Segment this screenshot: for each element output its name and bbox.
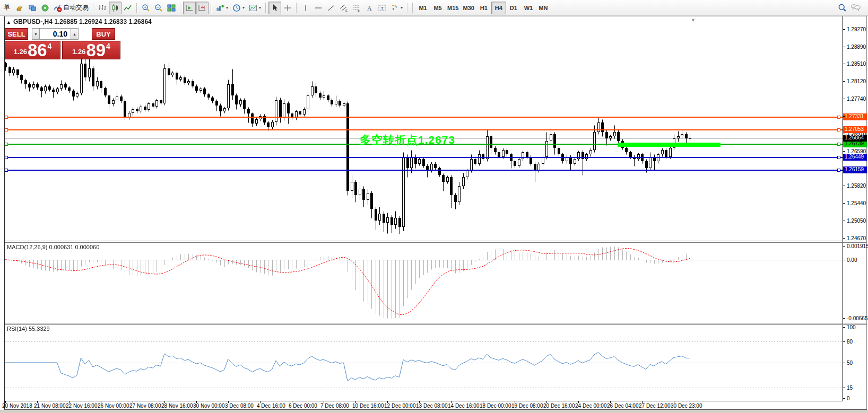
time-label: 20 Dec 16:00 — [543, 403, 575, 409]
time-tick — [133, 401, 133, 403]
time-label: 27 Nov 08:00 — [129, 403, 161, 409]
time-label: 3 Dec 08:00 — [225, 403, 254, 409]
bar-chart-button[interactable] — [96, 2, 109, 14]
toolbar-separator — [407, 3, 408, 13]
timeframe-mn[interactable]: MN — [536, 2, 551, 14]
search-icon[interactable] — [836, 1, 849, 14]
community-icon[interactable] — [26, 2, 39, 14]
periods-button[interactable]: ▾ — [230, 2, 247, 14]
signal-icon[interactable] — [39, 2, 51, 14]
chart-shift-button[interactable] — [196, 2, 209, 14]
timeframe-m15[interactable]: M15 — [445, 2, 461, 14]
time-label: 10 Dec 16:00 — [352, 403, 384, 409]
current-price-label: 1.26864 — [843, 135, 867, 142]
collapse-icon[interactable]: ▲ — [6, 20, 11, 25]
sell-price-box[interactable]: 1.26 86 4 — [5, 41, 60, 59]
toolbar-separator — [296, 3, 297, 13]
buy-button[interactable]: BUY — [92, 28, 115, 40]
time-label: 13 Dec 08:00 — [416, 403, 448, 409]
toolbar-right-icons — [836, 1, 863, 14]
chat-icon[interactable] — [849, 1, 863, 14]
time-label: 26 Nov 00:00 — [98, 403, 129, 409]
rsi-axis-label: 15 — [847, 385, 853, 391]
price-tick — [843, 327, 845, 328]
line-chart-button[interactable] — [121, 2, 134, 14]
arrows-button[interactable]: ▾ — [388, 2, 405, 14]
time-tick — [292, 401, 292, 403]
price-tick-label: 1.27740 — [847, 96, 866, 102]
buy-price-box[interactable]: 1.26 89 4 — [62, 41, 120, 59]
price-tick-label: 1.25050 — [847, 218, 866, 224]
price-tick — [843, 388, 845, 388]
price-tick — [843, 398, 845, 399]
rsi-canvas[interactable] — [5, 325, 843, 400]
time-label: 12 Dec 00:00 — [384, 403, 416, 409]
time-label: 24 Dec 00:00 — [575, 403, 607, 409]
price-tick — [843, 116, 845, 117]
price-tick — [843, 238, 845, 239]
chevron-down-icon: ▾ — [401, 5, 403, 10]
timeframe-m1[interactable]: M1 — [415, 2, 430, 14]
new-order-button[interactable]: 单 — [1, 2, 13, 14]
macd-canvas[interactable] — [5, 243, 843, 322]
trendline-button[interactable] — [325, 2, 337, 14]
volume-input[interactable] — [40, 28, 71, 40]
tile-windows-button[interactable] — [165, 2, 178, 14]
price-tick — [843, 203, 845, 204]
sell-price-big: 86 — [28, 43, 47, 57]
templates-button[interactable]: ▾ — [247, 2, 263, 14]
time-tick — [674, 401, 674, 403]
time-tick — [610, 401, 611, 403]
volume-decrease-button[interactable]: ▼ — [32, 28, 40, 40]
zoom-in-button[interactable] — [140, 2, 152, 14]
text-button[interactable]: A — [363, 2, 376, 14]
cursor-button[interactable] — [268, 2, 281, 14]
time-tick — [196, 401, 197, 403]
timeframe-h4[interactable]: H4 — [491, 2, 506, 14]
fibonacci-button[interactable]: F — [350, 2, 363, 14]
label-button[interactable]: T — [376, 2, 388, 14]
timeframe-m30[interactable]: M30 — [461, 2, 476, 14]
time-axis[interactable]: 20 Nov 201821 Nov 08:0022 Nov 16:0026 No… — [0, 401, 868, 409]
rsi-axis-label: 80 — [847, 339, 853, 345]
time-tick — [69, 401, 70, 403]
toolbar-separator — [93, 3, 94, 13]
auto-trading-button[interactable]: 自动交易 — [51, 2, 91, 14]
time-label: 18 Dec 00:00 — [480, 403, 511, 409]
auto-scroll-button[interactable] — [183, 2, 196, 14]
timeframe-w1[interactable]: W1 — [521, 2, 536, 14]
timeframe-m5[interactable]: M5 — [430, 2, 445, 14]
svg-text:F: F — [358, 9, 360, 12]
price-axis[interactable]: 1.292701.288901.285101.281201.277401.273… — [843, 16, 868, 401]
timeframe-h1[interactable]: H1 — [476, 2, 491, 14]
rsi-value: 55.3329 — [29, 326, 50, 332]
price-level-label: 1.26159 — [843, 166, 867, 173]
volume-increase-button[interactable]: ▲ — [71, 28, 79, 40]
price-tick-label: 1.29270 — [847, 27, 866, 32]
buy-price-prefix: 1.26 — [72, 48, 85, 56]
macd-axis-label: -0.006659 — [847, 315, 868, 321]
candlestick-button[interactable] — [109, 2, 121, 14]
indicators-button[interactable]: ▾ — [214, 2, 230, 14]
chart-shift-marker-icon[interactable]: ▼ — [691, 17, 696, 23]
chart-title: ▲GBPUSD-,H4 1.26885 1.26924 1.26833 1.26… — [6, 18, 152, 25]
main-chart-canvas[interactable] — [5, 16, 843, 241]
timeframe-d1[interactable]: D1 — [506, 2, 521, 14]
pane-separator[interactable] — [5, 323, 866, 323]
channel-button[interactable]: E — [337, 2, 350, 14]
price-tick — [843, 246, 845, 247]
time-tick — [324, 401, 324, 403]
gold-bar-icon[interactable] — [13, 2, 26, 14]
time-label: 6 Dec 00:00 — [289, 403, 317, 409]
horizontal-line-button[interactable] — [312, 2, 325, 14]
price-tick — [843, 64, 845, 64]
crosshair-button[interactable] — [281, 2, 294, 14]
vertical-line-button[interactable] — [299, 2, 312, 14]
zoom-out-button[interactable] — [152, 2, 165, 14]
sell-button[interactable]: SELL — [5, 28, 28, 40]
time-label: 27 Dec 12:00 — [639, 403, 671, 409]
toolbar-separator — [180, 3, 181, 13]
annotation-text[interactable]: 多空转折点1.2673 — [360, 133, 455, 147]
pane-separator[interactable] — [5, 241, 866, 241]
time-tick — [451, 401, 452, 403]
